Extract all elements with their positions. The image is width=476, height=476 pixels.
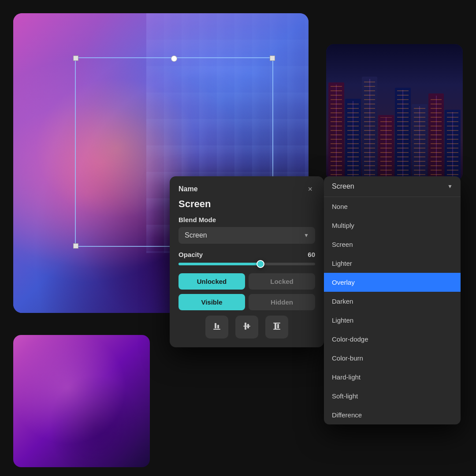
- blend-mode-hard-light[interactable]: Hard-light: [324, 368, 461, 387]
- panel-title: Name: [178, 185, 198, 193]
- svg-rect-7: [277, 324, 279, 328]
- blend-mode-selector[interactable]: Screen ▼: [178, 227, 315, 244]
- blend-mode-dropdown: Screen ▼ None Multiply Screen Lighter Ov…: [324, 176, 461, 424]
- svg-rect-8: [273, 329, 280, 330]
- align-bottom-icon: [212, 321, 222, 333]
- distribute-icon: [272, 321, 282, 333]
- blend-mode-lighten[interactable]: Lighten: [324, 311, 461, 330]
- align-center-icon: [242, 321, 252, 333]
- opacity-slider-fill: [178, 263, 260, 265]
- blend-mode-label: Blend Mode: [178, 216, 315, 223]
- hidden-button[interactable]: Hidden: [249, 294, 315, 310]
- unlocked-button[interactable]: Unlocked: [178, 273, 245, 290]
- svg-rect-1: [217, 325, 219, 328]
- svg-rect-6: [275, 323, 276, 330]
- svg-rect-2: [213, 329, 220, 330]
- thumbnail-bottom-left: [13, 335, 150, 467]
- svg-rect-9: [273, 323, 280, 324]
- blend-mode-color-burn[interactable]: Color-burn: [324, 349, 461, 368]
- distribute-button[interactable]: [265, 316, 288, 338]
- blend-mode-color-dodge[interactable]: Color-dodge: [324, 330, 461, 349]
- visibility-toggle-group: Visible Hidden: [178, 294, 315, 310]
- opacity-slider-track[interactable]: [178, 263, 315, 265]
- city-scene: [326, 44, 463, 181]
- align-center-button[interactable]: [235, 316, 258, 338]
- layer-name-value: Screen: [178, 198, 315, 210]
- align-bottom-button[interactable]: [205, 316, 228, 338]
- blend-mode-soft-light[interactable]: Soft-light: [324, 387, 461, 405]
- svg-rect-5: [243, 326, 250, 327]
- blend-mode-lighter[interactable]: Lighter: [324, 254, 461, 273]
- blend-mode-multiply[interactable]: Multiply: [324, 216, 461, 235]
- blend-mode-none[interactable]: None: [324, 197, 461, 216]
- close-button[interactable]: ×: [305, 184, 315, 194]
- thumbnail-top-right: [326, 44, 463, 181]
- blend-mode-difference[interactable]: Difference: [324, 405, 461, 424]
- align-icon-row: [178, 316, 315, 338]
- panel-header: Name ×: [178, 184, 315, 194]
- blend-mode-screen[interactable]: Screen: [324, 235, 461, 254]
- blend-mode-overlay[interactable]: Overlay: [324, 273, 461, 292]
- locked-button[interactable]: Locked: [249, 273, 315, 290]
- blend-mode-darken[interactable]: Darken: [324, 292, 461, 311]
- dropdown-header: Screen ▼: [324, 176, 461, 197]
- blend-mode-chevron-icon: ▼: [304, 232, 309, 238]
- dropdown-header-label: Screen: [332, 182, 354, 190]
- lock-toggle-group: Unlocked Locked: [178, 273, 315, 290]
- opacity-row: Opacity 60: [178, 251, 315, 258]
- opacity-slider-thumb[interactable]: [257, 260, 264, 268]
- layer-properties-panel: Name × Screen Blend Mode Screen ▼ Opacit…: [170, 176, 324, 347]
- dropdown-chevron-icon: ▼: [447, 183, 453, 190]
- thumbnail-bottom-left-inner: [13, 335, 150, 467]
- buildings: [326, 71, 463, 181]
- blend-mode-current-value: Screen: [185, 231, 207, 239]
- opacity-label: Opacity: [178, 251, 203, 258]
- visible-button[interactable]: Visible: [178, 294, 245, 310]
- opacity-value: 60: [308, 251, 315, 258]
- svg-rect-0: [215, 323, 216, 328]
